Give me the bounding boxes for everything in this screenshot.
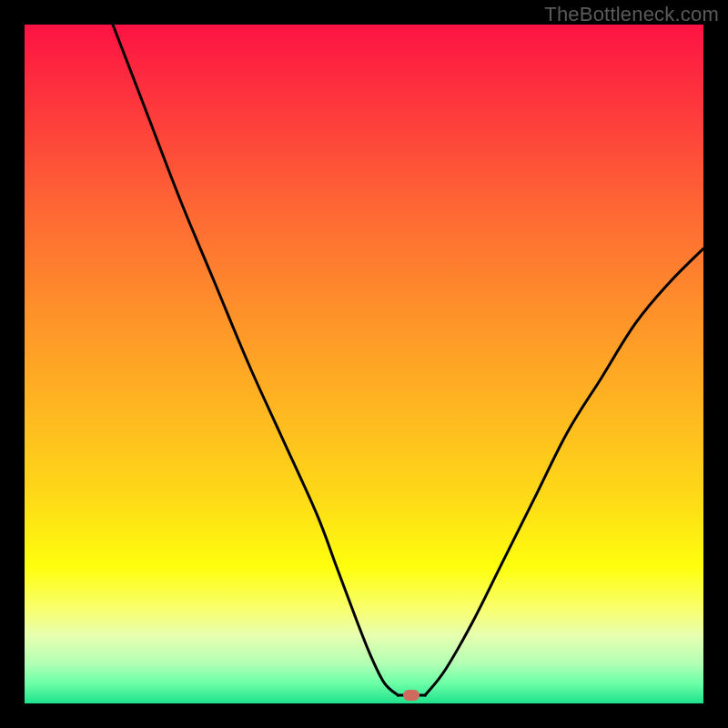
optimum-marker (403, 690, 420, 701)
curve-right-branch (425, 248, 703, 695)
curve-left-branch (113, 25, 398, 695)
watermark-text: TheBottleneck.com (544, 3, 719, 26)
chart-frame: TheBottleneck.com (0, 0, 728, 728)
bottleneck-curve (25, 25, 703, 703)
plot-area (25, 25, 703, 703)
